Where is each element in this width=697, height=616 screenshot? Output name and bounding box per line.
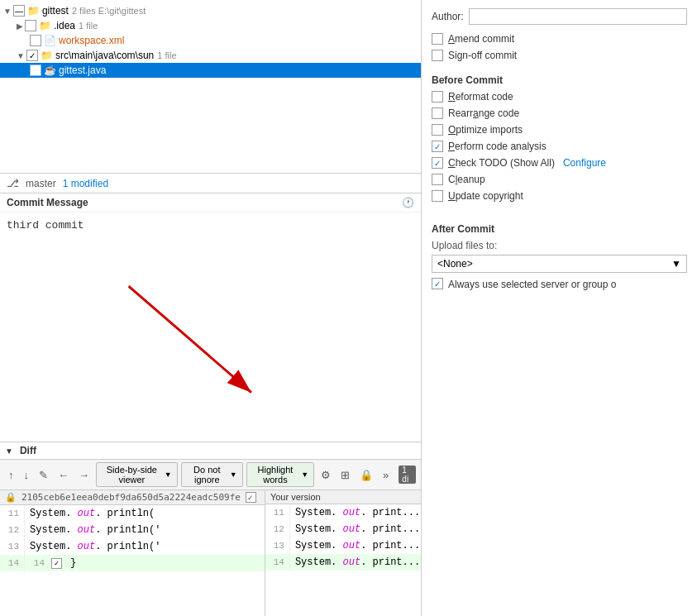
- edit-btn[interactable]: ✎: [36, 467, 51, 483]
- more-btn[interactable]: »: [380, 467, 392, 483]
- tree-src[interactable]: ▼ 📁 src\main\java\com\sun 1 file: [0, 48, 421, 63]
- amend-commit-label: Amend commit: [448, 33, 514, 45]
- viewer-arrow-icon: ▼: [165, 470, 172, 479]
- idea-meta: 1 file: [79, 21, 98, 31]
- diff-toggle-icon[interactable]: ▼: [5, 446, 13, 456]
- tree-root[interactable]: ▼ 📁 gittest 2 files E:\git\gittest: [0, 3, 421, 18]
- next-btn[interactable]: →: [75, 467, 93, 483]
- viewer-dropdown[interactable]: Side-by-side viewer ▼: [96, 462, 178, 487]
- cleanup-checkbox[interactable]: [432, 174, 443, 185]
- always-checkbox[interactable]: [432, 278, 443, 289]
- gittest-checkbox[interactable]: [30, 64, 41, 76]
- optimize-row: Optimize imports: [432, 124, 687, 136]
- diff-checkbox[interactable]: [246, 492, 256, 503]
- rearrange-checkbox[interactable]: [432, 107, 443, 119]
- src-label: src\main\java\com\sun: [55, 50, 154, 61]
- tree-workspace[interactable]: 📄 workspace.xml: [0, 33, 421, 48]
- ignore-dropdown[interactable]: Do not ignore ▼: [181, 462, 243, 487]
- perform-row: Perform code analysis: [432, 141, 687, 152]
- configure-link[interactable]: Configure: [563, 157, 606, 169]
- diff-right-panel: Your version 11 System. out. print... 12…: [265, 490, 421, 616]
- src-checkbox[interactable]: [26, 50, 38, 61]
- diff-row: 12 System. out. println(': [0, 522, 265, 538]
- diff-row: 13 System. out. println(': [0, 538, 265, 555]
- diff-line-checkbox[interactable]: [51, 558, 62, 569]
- status-bar: ⎇ master 1 modified: [0, 174, 421, 193]
- upload-arrow-icon: ▼: [671, 258, 681, 270]
- your-version-label: Your version: [265, 490, 421, 504]
- clock-icon[interactable]: 🕐: [402, 197, 414, 208]
- diff-left-panel: 🔒 2105ceb6e1eea0debf9da650d5a2224eadc509…: [0, 490, 265, 616]
- perform-label: Perform code analysis: [448, 141, 547, 152]
- branch-name: master: [26, 178, 56, 189]
- src-meta: 1 file: [157, 50, 176, 60]
- left-panel: ▼ 📁 gittest 2 files E:\git\gittest ▶ 📁 .…: [0, 0, 422, 616]
- diff-header-label: Diff: [20, 445, 36, 456]
- diff-header: ▼ Diff: [0, 442, 421, 460]
- copyright-label: Update copyright: [448, 190, 523, 202]
- xml-icon: 📄: [44, 35, 56, 46]
- scroll-up-btn[interactable]: ↑: [5, 467, 17, 483]
- always-text: Always use selected server or group o: [448, 278, 616, 292]
- always-row: Always use selected server or group o: [432, 278, 687, 292]
- root-checkbox[interactable]: [13, 5, 25, 17]
- columns-icon-btn[interactable]: ⊞: [337, 467, 353, 483]
- reformat-row: Reformat code: [432, 91, 687, 103]
- upload-dropdown[interactable]: <None> ▼: [432, 255, 687, 273]
- src-folder-icon: 📁: [41, 50, 53, 61]
- highlight-words-btn[interactable]: Highlight words ▼: [246, 462, 314, 487]
- amend-commit-checkbox[interactable]: [432, 33, 443, 45]
- diff-right-content: 11 System. out. print... 12 System. out.…: [265, 504, 421, 616]
- perform-checkbox[interactable]: [432, 141, 443, 152]
- prev-btn[interactable]: ←: [55, 467, 72, 483]
- workspace-checkbox[interactable]: [30, 35, 41, 46]
- diff-row: 11 System. out. println(: [0, 505, 265, 522]
- commit-section: Commit Message 🕐 third commit: [0, 193, 421, 442]
- diff-row-added: 14 14 }: [0, 555, 265, 571]
- reformat-label: Reformat code: [448, 91, 513, 103]
- tree-gittest[interactable]: ☕ gittest.java: [0, 63, 421, 78]
- before-commit-title: Before Commit: [432, 74, 687, 86]
- author-row: Author:: [432, 8, 687, 25]
- ignore-label: Do not ignore: [187, 465, 227, 485]
- copyright-checkbox[interactable]: [432, 190, 443, 202]
- reformat-checkbox[interactable]: [432, 91, 443, 103]
- idea-arrow: ▶: [17, 21, 23, 31]
- rearrange-row: Rearrange code: [432, 107, 687, 119]
- diff-row-right: 13 System. out. print...: [265, 537, 421, 554]
- viewer-label: Side-by-side viewer: [102, 465, 162, 485]
- tree-idea[interactable]: ▶ 📁 .idea 1 file: [0, 18, 421, 33]
- root-label: gittest: [42, 5, 69, 17]
- commit-textarea[interactable]: third commit: [0, 212, 158, 251]
- signoff-checkbox[interactable]: [432, 50, 443, 61]
- right-panel: Author: Amend commit Sign-off commit Bef…: [422, 0, 697, 616]
- author-input[interactable]: [469, 8, 687, 25]
- diff-row-right: 11 System. out. print...: [265, 504, 421, 521]
- highlight-label: Highlight words: [252, 465, 298, 485]
- checktodo-row: Check TODO (Show All) Configure: [432, 157, 687, 169]
- optimize-label: Optimize imports: [448, 124, 523, 136]
- lock-icon-btn[interactable]: 🔒: [356, 467, 376, 483]
- file-tree: ▼ 📁 gittest 2 files E:\git\gittest ▶ 📁 .…: [0, 0, 421, 174]
- diff-left-info: 🔒 2105ceb6e1eea0debf9da650d5a2224eadc509…: [0, 490, 265, 505]
- idea-label: .idea: [54, 20, 75, 31]
- idea-checkbox[interactable]: [25, 20, 36, 31]
- cleanup-label: Cleanup: [448, 174, 485, 185]
- scroll-down-btn[interactable]: ↓: [21, 467, 33, 483]
- upload-label: Upload files to:: [432, 240, 687, 251]
- after-commit-title: After Commit: [432, 223, 687, 235]
- signoff-commit-row: Sign-off commit: [432, 50, 687, 61]
- settings-icon-btn[interactable]: ⚙: [317, 467, 334, 483]
- checktodo-checkbox[interactable]: [432, 157, 443, 169]
- svg-line-1: [129, 286, 251, 393]
- modified-count: 1 modified: [63, 178, 108, 189]
- diff-section: ▼ Diff ↑ ↓ ✎ ← → Side-by-side viewer ▼ D…: [0, 442, 421, 616]
- diff-badge: 1 di: [399, 466, 416, 484]
- after-commit-section: After Commit Upload files to: <None> ▼ A…: [432, 215, 687, 292]
- diff-row-right: 12 System. out. print...: [265, 521, 421, 537]
- workspace-label: workspace.xml: [59, 35, 124, 46]
- root-arrow: ▼: [3, 7, 12, 16]
- optimize-checkbox[interactable]: [432, 124, 443, 136]
- commit-header: Commit Message 🕐: [0, 193, 421, 212]
- highlight-arrow-icon: ▼: [301, 470, 308, 479]
